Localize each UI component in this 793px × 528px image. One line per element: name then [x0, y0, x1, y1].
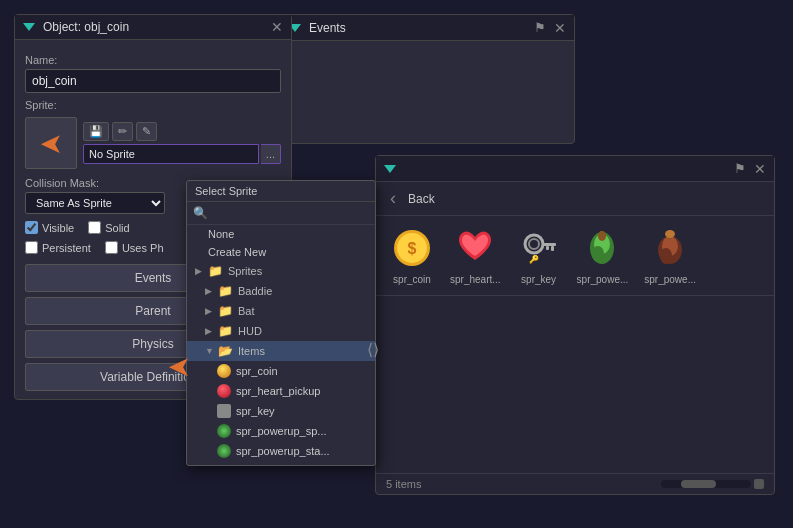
asset-empty-area — [376, 296, 774, 473]
spr-heart-icon — [217, 384, 231, 398]
name-input[interactable] — [25, 69, 281, 93]
baddie-folder-icon: 📁 — [218, 284, 233, 298]
heart-svg — [453, 226, 497, 270]
asset-thumb-powerup1 — [580, 226, 624, 270]
tree-item-level[interactable]: ▶ 📁 Level — [187, 461, 375, 465]
persistent-checkbox[interactable] — [25, 241, 38, 254]
sprite-label: Sprite: — [25, 99, 281, 111]
tree-item-spr-coin[interactable]: spr_coin — [187, 361, 375, 381]
tree-item-spr-heart[interactable]: spr_heart_pickup — [187, 381, 375, 401]
none-option-text: None — [208, 228, 234, 240]
items-arrow: ▼ — [205, 346, 213, 356]
svg-rect-6 — [551, 246, 554, 251]
usesp-checkbox-group[interactable]: Uses Ph — [105, 241, 164, 254]
usesp-checkbox[interactable] — [105, 241, 118, 254]
sprites-folder-icon: 📁 — [208, 264, 223, 278]
corner-drag-icon[interactable] — [754, 479, 764, 489]
sprite-edit-button[interactable]: ✏ — [112, 122, 133, 141]
object-panel-close-button[interactable]: ✕ — [271, 20, 283, 34]
svg-rect-5 — [542, 243, 556, 246]
spr-coin-icon — [217, 364, 231, 378]
powerup2-svg — [648, 226, 692, 270]
asset-item-powerup2[interactable]: spr_powe... — [644, 226, 696, 285]
events-panel: Events ⚑ ✕ — [280, 14, 575, 144]
sprite-icon-row: 💾 ✏ ✎ — [83, 122, 281, 141]
sprite-save-button[interactable]: 💾 — [83, 122, 109, 141]
create-new-text: Create New — [208, 246, 266, 258]
coin-svg: $ — [390, 226, 434, 270]
usesp-label: Uses Ph — [122, 242, 164, 254]
sprite-arrow-icon: ➤ — [40, 127, 63, 160]
asset-panel-title-area — [384, 165, 400, 173]
solid-checkbox-group[interactable]: Solid — [88, 221, 129, 234]
sprite-name-input[interactable] — [83, 144, 259, 164]
events-panel-close-button[interactable]: ✕ — [554, 21, 566, 35]
tree-item-baddie[interactable]: ▶ 📁 Baddie — [187, 281, 375, 301]
visible-checkbox-group[interactable]: Visible — [25, 221, 74, 234]
asset-label-coin: spr_coin — [393, 274, 431, 285]
name-label: Name: — [25, 54, 281, 66]
spr-key-text: spr_key — [236, 405, 275, 417]
tree-item-spr-key[interactable]: spr_key — [187, 401, 375, 421]
visible-label: Visible — [42, 222, 74, 234]
scroll-thumb — [681, 480, 716, 488]
visible-checkbox[interactable] — [25, 221, 38, 234]
sprites-folder-text: Sprites — [228, 265, 262, 277]
sprite-preview: ➤ — [25, 117, 77, 169]
object-panel-titlebar: Object: obj_coin ✕ — [15, 15, 291, 40]
tree-item-sprites-folder[interactable]: ▶ 📁 Sprites — [187, 261, 375, 281]
tree-item-create-new[interactable]: Create New — [187, 243, 375, 261]
select-sprite-header: Select Sprite — [187, 181, 375, 202]
level-folder-icon: 📁 — [218, 464, 233, 465]
asset-item-key[interactable]: 🔑 spr_key — [517, 226, 561, 285]
svg-point-4 — [529, 239, 539, 249]
key-svg: 🔑 — [517, 226, 561, 270]
hud-folder-icon: 📁 — [218, 324, 233, 338]
asset-item-powerup1[interactable]: spr_powe... — [577, 226, 629, 285]
svg-rect-7 — [546, 246, 549, 250]
svg-text:$: $ — [408, 240, 417, 257]
hud-text: HUD — [238, 325, 262, 337]
collapse-arrow-icon[interactable]: ⟨⟩ — [367, 340, 379, 359]
asset-thumb-key: 🔑 — [517, 226, 561, 270]
spr-powerup2-text: spr_powerup_sta... — [236, 445, 330, 457]
collision-select[interactable]: Same As Sprite — [25, 192, 165, 214]
items-folder-icon: 📂 — [218, 344, 233, 358]
sprite-tree[interactable]: None Create New ▶ 📁 Sprites ▶ 📁 Baddie ▶… — [187, 225, 375, 465]
hud-arrow: ▶ — [205, 326, 213, 336]
tree-item-bat[interactable]: ▶ 📁 Bat — [187, 301, 375, 321]
asset-panel: ⚑ ✕ ‹ Back $ spr_coin — [375, 155, 775, 495]
asset-panel-close-button[interactable]: ✕ — [754, 162, 766, 176]
svg-rect-13 — [600, 231, 604, 239]
sprite-search-input[interactable] — [212, 207, 369, 219]
bat-arrow: ▶ — [205, 306, 213, 316]
tree-item-none[interactable]: None — [187, 225, 375, 243]
tree-item-spr-powerup1[interactable]: spr_powerup_sp... — [187, 421, 375, 441]
asset-panel-body: ‹ Back $ spr_coin — [376, 182, 774, 494]
asset-item-heart[interactable]: spr_heart... — [450, 226, 501, 285]
tree-item-hud[interactable]: ▶ 📁 HUD — [187, 321, 375, 341]
sprites-folder-arrow: ▶ — [195, 266, 203, 276]
select-sprite-panel: Select Sprite 🔍 None Create New ▶ 📁 Spri… — [186, 180, 376, 466]
search-icon: 🔍 — [193, 206, 208, 220]
object-panel-title-text: Object: obj_coin — [43, 20, 129, 34]
sprite-pencil2-button[interactable]: ✎ — [136, 122, 157, 141]
asset-panel-titlebar: ⚑ ✕ — [376, 156, 774, 182]
events-flag-icon: ⚑ — [534, 20, 546, 35]
asset-icons-row: $ spr_coin spr_heart... — [376, 216, 774, 296]
persistent-checkbox-group[interactable]: Persistent — [25, 241, 91, 254]
spr-heart-text: spr_heart_pickup — [236, 385, 320, 397]
svg-point-3 — [525, 235, 543, 253]
tree-item-items[interactable]: ▼ 📂 Items — [187, 341, 375, 361]
tree-item-spr-powerup2[interactable]: spr_powerup_sta... — [187, 441, 375, 461]
asset-teal-triangle-icon — [384, 165, 396, 173]
solid-checkbox[interactable] — [88, 221, 101, 234]
asset-scrollbar[interactable] — [661, 479, 764, 489]
back-button[interactable]: ‹ — [386, 188, 400, 209]
asset-label-powerup2: spr_powe... — [644, 274, 696, 285]
asset-thumb-coin: $ — [390, 226, 434, 270]
svg-text:🔑: 🔑 — [529, 254, 539, 264]
asset-item-coin[interactable]: $ spr_coin — [390, 226, 434, 285]
object-panel-title: Object: obj_coin — [23, 20, 129, 34]
sprite-dots-button[interactable]: ... — [261, 144, 281, 164]
